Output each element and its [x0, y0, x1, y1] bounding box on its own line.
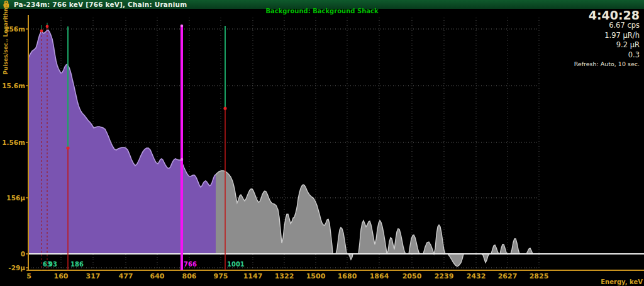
- marker-dot-93: [46, 25, 49, 28]
- elapsed-time: 4:40:28: [574, 10, 640, 21]
- x-tick-label: 5: [26, 272, 31, 280]
- x-axis-title: Energy, keV: [601, 278, 643, 285]
- x-tick-label: 1680: [338, 272, 357, 280]
- y-tick-label: 0: [21, 250, 25, 258]
- background-source-label: Background: Background Shack: [0, 8, 644, 14]
- x-tick-label: 1864: [370, 272, 389, 280]
- x-tick-label: 640: [150, 272, 165, 280]
- x-tick-label: 2239: [435, 272, 454, 280]
- marker-dot-63: [40, 30, 43, 33]
- app-window: Pa-234m: 766 keV [766 keV], Chain: Urani…: [0, 0, 644, 286]
- x-tick-label: 2050: [402, 272, 422, 280]
- x-tick-label: 975: [214, 272, 228, 280]
- marker-dot-186: [66, 146, 69, 149]
- x-tick-label: 2432: [467, 272, 486, 280]
- marker-label-186: 186: [70, 261, 84, 268]
- y-tick-label: 156µ: [6, 194, 25, 202]
- x-tick-label: 1322: [275, 272, 294, 280]
- marker-label-1001: 1001: [227, 261, 245, 268]
- x-tick-label: 317: [86, 272, 101, 280]
- spectrum-chart[interactable]: 156m15.6m1.56m156µ0-29µ51603174776408069…: [0, 0, 644, 286]
- marker-dot-766: [180, 25, 183, 27]
- count-rate: 6.67 cps: [574, 21, 640, 31]
- refresh-status: Refresh: Auto, 10 sec.: [574, 60, 640, 69]
- marker-dot-766: [180, 158, 183, 161]
- x-tick-label: 2627: [498, 272, 518, 280]
- x-tick-label: 1147: [243, 272, 263, 280]
- dose-rate: 1.97 µR/h: [574, 31, 640, 41]
- y-tick-label: -29µ: [8, 264, 25, 272]
- x-tick-label: 160: [54, 272, 69, 280]
- marker-label-766: 766: [184, 261, 197, 268]
- x-tick-label: 477: [119, 272, 133, 280]
- accumulated-dose: 9.2 µR: [574, 40, 640, 50]
- x-tick-label: 2825: [530, 272, 549, 280]
- marker-dot-1001: [223, 106, 226, 110]
- marker-label-93: 93: [48, 261, 57, 268]
- x-tick-label: 806: [182, 272, 197, 280]
- x-tick-label: 1500: [306, 272, 326, 280]
- stat-value: 0.3: [574, 50, 640, 60]
- y-tick-label: 1.56m: [2, 139, 25, 146]
- y-tick-label: 15.6m: [2, 82, 25, 89]
- stats-panel: 4:40:28 6.67 cps 1.97 µR/h 9.2 µR 0.3 Re…: [574, 10, 640, 69]
